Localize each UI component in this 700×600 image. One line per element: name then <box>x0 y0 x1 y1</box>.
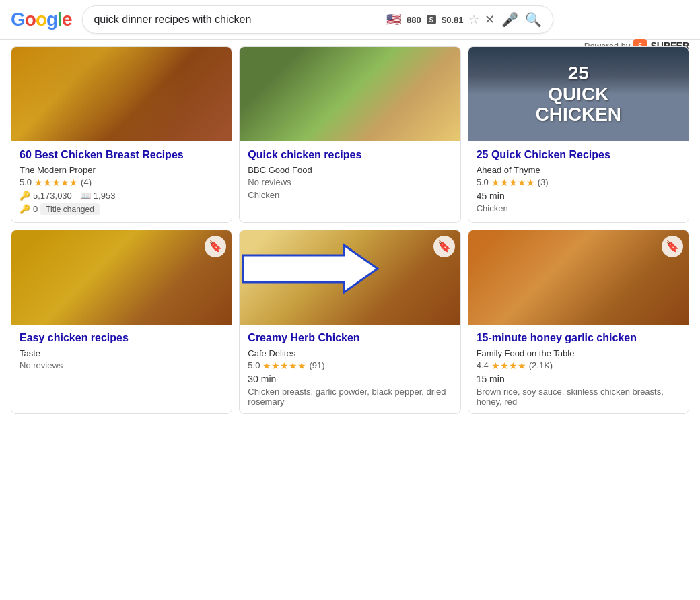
card-5-body: Creamy Herb Chicken Cafe Delites 5.0 ★★★… <box>240 325 460 413</box>
book-icon-1: 📖 <box>80 191 91 201</box>
card-1-rating-count: (4) <box>81 177 92 187</box>
close-icon[interactable]: ✕ <box>485 12 495 27</box>
card-2-image <box>240 47 460 141</box>
card-3[interactable]: 25QUICKCHICKEN 25 Quick Chicken Recipes … <box>468 46 689 223</box>
card-3-image-container: 25QUICKCHICKEN <box>468 47 689 141</box>
mic-icon[interactable]: 🎤 <box>501 11 518 28</box>
card-3-rating: 5.0 ★★★★★ (3) <box>477 177 680 188</box>
card-3-rating-count: (3) <box>538 177 549 187</box>
card-1-body: 60 Best Chicken Breast Recipes The Moder… <box>11 141 232 222</box>
card-5-image-container: 🔖 <box>240 230 460 325</box>
card-3-stars: ★★★★★ <box>491 177 535 188</box>
card-3-overlay-text: 25QUICKCHICKEN <box>536 63 622 125</box>
card-2-title[interactable]: Quick chicken recipes <box>248 148 452 162</box>
card-3-time: 45 min <box>477 191 680 201</box>
card-2[interactable]: Quick chicken recipes BBC Good Food No r… <box>239 46 460 223</box>
google-logo[interactable]: Google <box>11 9 71 30</box>
card-3-rating-number: 5.0 <box>477 177 489 187</box>
card-5[interactable]: 🔖 Creamy Herb Chicken Cafe Delites 5.0 ★… <box>239 230 460 414</box>
key-icon-small: 🔑 <box>20 204 30 214</box>
card-3-title[interactable]: 25 Quick Chicken Recipes <box>477 148 680 162</box>
card-6-image-container: 🔖 <box>468 230 689 325</box>
card-6-body: 15-minute honey garlic chicken Family Fo… <box>468 325 689 413</box>
card-3-category: Chicken <box>477 203 680 213</box>
card-2-image-container <box>240 47 460 141</box>
card-1-book-metric: 📖 1,953 <box>80 191 116 201</box>
card-6-title[interactable]: 15-minute honey garlic chicken <box>477 331 680 345</box>
card-6-rating-number: 4.4 <box>477 360 489 370</box>
card-2-category: Chicken <box>248 190 452 200</box>
card-1-image <box>11 47 232 141</box>
page-wrapper: Google 🇺🇸 880 $ $0.81 ☆ ✕ 🎤 🔍 Powered by… <box>0 0 700 428</box>
cards-container: 60 Best Chicken Breast Recipes The Moder… <box>0 40 700 428</box>
card-2-reviews: No reviews <box>248 177 452 187</box>
card-6-image <box>468 230 689 325</box>
search-input[interactable] <box>94 13 380 26</box>
card-1[interactable]: 60 Best Chicken Breast Recipes The Moder… <box>11 46 232 223</box>
header: Google 🇺🇸 880 $ $0.81 ☆ ✕ 🎤 🔍 Powered by… <box>0 0 700 40</box>
card-6-rating: 4.4 ★★★★ (2.1K) <box>477 360 680 371</box>
card-5-title[interactable]: Creamy Herb Chicken <box>248 331 452 345</box>
card-1-stars: ★★★★★ <box>34 177 78 188</box>
card-2-source: BBC Good Food <box>248 165 452 175</box>
card-6-category: Brown rice, soy sauce, skinless chicken … <box>477 387 680 407</box>
card-1-title[interactable]: 60 Best Chicken Breast Recipes <box>20 148 223 162</box>
card-1-source: The Modern Proper <box>20 165 223 175</box>
card-6-bookmark[interactable]: 🔖 <box>662 236 683 257</box>
search-bar[interactable]: 🇺🇸 880 $ $0.81 ☆ ✕ 🎤 🔍 <box>82 5 553 34</box>
card-1-image-container <box>11 47 232 141</box>
card-5-time: 30 min <box>248 374 452 385</box>
star-icon[interactable]: ☆ <box>468 12 479 27</box>
card-4-image <box>11 230 232 325</box>
card-1-key2-value: 0 <box>33 204 38 214</box>
card-5-rating-count: (91) <box>309 360 324 370</box>
card-4-bookmark[interactable]: 🔖 <box>205 236 226 257</box>
cards-row-1: 60 Best Chicken Breast Recipes The Moder… <box>11 46 689 223</box>
card-1-key-metric: 🔑 5,173,030 <box>20 191 72 201</box>
cards-row-2: 🔖 Easy chicken recipes Taste No reviews … <box>11 230 689 414</box>
card-4-image-container: 🔖 <box>11 230 232 325</box>
cost-badge: $0.81 <box>442 15 464 25</box>
card-6-source: Family Food on the Table <box>477 348 680 358</box>
card-5-category: Chicken breasts, garlic powder, black pe… <box>248 387 452 407</box>
card-3-body: 25 Quick Chicken Recipes Ahead of Thyme … <box>468 141 689 220</box>
card-6-stars: ★★★★ <box>491 360 526 371</box>
card-5-rating-number: 5.0 <box>248 360 260 370</box>
search-icon[interactable]: 🔍 <box>525 11 542 28</box>
card-5-rating: 5.0 ★★★★★ (91) <box>248 360 452 371</box>
search-bar-extras: 🇺🇸 880 $ $0.81 ☆ ✕ <box>386 12 495 27</box>
card-5-image <box>240 230 460 325</box>
title-changed-badge: Title changed <box>40 203 100 215</box>
card-3-source: Ahead of Thyme <box>477 165 680 175</box>
flag-icon: 🇺🇸 <box>386 12 401 27</box>
card-4-source: Taste <box>20 348 223 358</box>
card-5-stars: ★★★★★ <box>262 360 306 371</box>
card-1-rating-number: 5.0 <box>20 177 32 187</box>
card-4[interactable]: 🔖 Easy chicken recipes Taste No reviews <box>11 230 232 414</box>
card-6-rating-count: (2.1K) <box>529 360 553 370</box>
card-1-metrics: 🔑 5,173,030 📖 1,953 <box>20 191 223 201</box>
card-4-reviews: No reviews <box>20 360 223 370</box>
card-1-title-changed: 🔑 0 Title changed <box>20 203 223 215</box>
dollar-badge: $ <box>427 15 436 24</box>
card-4-body: Easy chicken recipes Taste No reviews <box>11 325 232 380</box>
card-6-time: 15 min <box>477 374 680 385</box>
key-icon-1: 🔑 <box>20 191 30 201</box>
card-1-key-value: 5,173,030 <box>33 191 72 201</box>
volume-count: 880 <box>407 15 421 25</box>
card-1-book-value: 1,953 <box>94 191 116 201</box>
card-6[interactable]: 🔖 15-minute honey garlic chicken Family … <box>468 230 689 414</box>
card-3-image: 25QUICKCHICKEN <box>468 47 689 141</box>
card-1-rating: 5.0 ★★★★★ (4) <box>20 177 223 188</box>
card-4-title[interactable]: Easy chicken recipes <box>20 331 223 345</box>
card-5-source: Cafe Delites <box>248 348 452 358</box>
card-5-bookmark[interactable]: 🔖 <box>433 236 455 257</box>
card-2-body: Quick chicken recipes BBC Good Food No r… <box>240 141 460 207</box>
